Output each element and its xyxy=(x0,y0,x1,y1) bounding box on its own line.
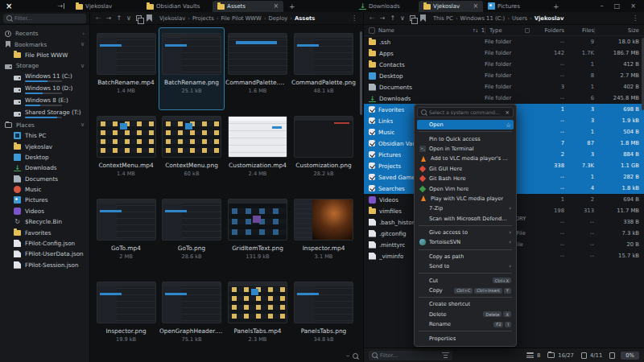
breadcrumb-item[interactable]: Users xyxy=(512,15,527,22)
menu-item-copy[interactable]: CopyCtrl+CCtrl+InsertY xyxy=(417,286,514,295)
sidebar-section-bookmarks[interactable]: Bookmarks∨ xyxy=(0,39,89,49)
history-chevron-icon[interactable]: ∨ xyxy=(398,14,407,23)
tab-assets[interactable]: Assets× xyxy=(213,1,283,12)
grid-item-commandpalette-png[interactable]: CommandPalette.png48.1 kB xyxy=(291,27,357,110)
menu-item-7-zip[interactable]: 7-Zip› xyxy=(417,204,514,213)
menu-item-tortoisesvn[interactable]: TortoiseSVN› xyxy=(417,237,514,247)
sidebar-item-file-pilot-www[interactable]: File Pilot WWW xyxy=(0,50,89,60)
breadcrumb-item[interactable]: Windows 11 (C:) xyxy=(460,15,506,22)
sidebar-item-desktop[interactable]: Desktop xyxy=(0,152,89,162)
breadcrumb-item[interactable]: Vjekoslav xyxy=(159,15,185,22)
close-icon[interactable]: × xyxy=(273,2,279,10)
more-options-icon[interactable]: ⋮ xyxy=(630,14,641,23)
grid-item-customization-png[interactable]: Customization.png28.2 kB xyxy=(291,110,357,193)
menu-item-scan-with-microsoft-defender[interactable]: Scan with Microsoft Defender... xyxy=(417,214,514,224)
command-search[interactable]: × xyxy=(417,107,514,117)
sort-icon[interactable]: ↑↓ xyxy=(472,28,477,33)
grid-item-goto-mp4[interactable]: GoTo.mp42 MB xyxy=(93,193,159,276)
up-icon[interactable]: ↑ xyxy=(114,14,124,23)
list-filter[interactable] xyxy=(369,351,452,360)
checkbox[interactable] xyxy=(369,140,375,146)
bookmark-icon[interactable] xyxy=(420,14,426,22)
more-options-icon[interactable]: ⋮ xyxy=(349,14,360,23)
select-all-checkbox[interactable] xyxy=(369,27,375,34)
grid-item-opengraphheader-png[interactable]: OpenGraphHeader.png75.1 kB xyxy=(159,276,225,359)
grid-item-commandpalette-mp4[interactable]: CommandPalette.mp41.6 MB xyxy=(225,27,291,110)
breadcrumb-item[interactable]: Vjekoslav xyxy=(535,15,564,22)
grid-item-contextmenu-png[interactable]: ContextMenu.png60 kB xyxy=(159,110,225,193)
menu-item-rename[interactable]: RenameF2I xyxy=(417,319,514,329)
tab-vjekoslav[interactable]: Vjekoslav xyxy=(71,1,142,12)
breadcrumb-item[interactable]: Assets xyxy=(295,15,315,22)
grid-item-griditemtext-png[interactable]: GridItemText.png131.9 kB xyxy=(225,193,291,276)
sidebar-item-vjekoslav[interactable]: Vjekoslav xyxy=(0,141,89,151)
breadcrumb-item[interactable]: File Pilot WWW xyxy=(221,15,261,22)
menu-item-copy-as-path[interactable]: Copy as path xyxy=(417,252,514,261)
sidebar-filter[interactable] xyxy=(3,14,86,23)
checkbox[interactable] xyxy=(369,185,375,191)
sidebar-item-pictures[interactable]: Pictures xyxy=(0,195,89,205)
column-files[interactable]: Files xyxy=(564,27,594,34)
menu-item-delete[interactable]: DeleteDeleteX xyxy=(417,310,514,319)
sidebar-item-windows-8-e[interactable]: Windows 8 (E:) xyxy=(0,96,89,108)
checkbox[interactable] xyxy=(369,151,375,158)
file-row-desktop[interactable]: DesktopFile folder--82.7 MB xyxy=(364,70,644,81)
back-icon[interactable]: ← xyxy=(367,14,378,23)
breadcrumb-item[interactable]: Deploy xyxy=(269,15,288,22)
file-row-ssh[interactable]: .sshFile folder--918.0 kB xyxy=(364,36,644,47)
sidebar-item-videos[interactable]: Videos xyxy=(0,206,89,216)
maximize-button[interactable]: □ xyxy=(614,2,621,10)
sidebar-item-favorites[interactable]: Favorites xyxy=(0,227,89,237)
close-icon[interactable]: × xyxy=(473,2,478,10)
grid-item-panelstabs-mp4[interactable]: PanelsTabs.mp42.3 MB xyxy=(225,276,291,359)
column-folders[interactable]: Folders xyxy=(535,27,564,34)
menu-item-pin-to-quick-access[interactable]: Pin to Quick access xyxy=(417,134,514,143)
breadcrumb-item[interactable]: This PC xyxy=(433,15,453,22)
checkbox[interactable] xyxy=(369,106,375,113)
menu-item-open[interactable]: Open☆ xyxy=(417,120,514,130)
sidebar-item-windows-11-c[interactable]: Windows 11 (C:) xyxy=(0,72,89,84)
grid-item-customization-mp4[interactable]: Customization.mp42.4 MB xyxy=(225,110,291,193)
back-icon[interactable]: ← xyxy=(93,14,104,23)
new-tab-button[interactable]: + xyxy=(547,2,565,10)
menu-item-cut[interactable]: CutCtrl+X xyxy=(417,275,514,285)
forward-icon[interactable]: → xyxy=(104,14,114,23)
tab-pictures[interactable]: Pictures xyxy=(483,1,547,12)
column-type[interactable]: Type xyxy=(489,27,502,34)
menu-item-add-to-vlc-media-player-s-playlist[interactable]: Add to VLC media player's Playlist xyxy=(417,154,514,163)
checkbox[interactable] xyxy=(369,117,375,124)
menu-item-open-vim-here[interactable]: Open Vim here xyxy=(417,183,514,193)
checkbox[interactable] xyxy=(369,129,375,135)
checkbox[interactable] xyxy=(369,162,375,169)
tab-pin-icon[interactable]: → xyxy=(57,2,64,10)
file-row-contacts[interactable]: ContactsFile folder--1412 B xyxy=(364,59,644,70)
scrollbar[interactable] xyxy=(360,31,362,115)
minimize-button[interactable]: – xyxy=(601,2,604,10)
close-icon[interactable]: × xyxy=(505,109,510,116)
collapsed-filter[interactable]: – xyxy=(346,352,358,360)
tab-downloads[interactable]: ↓Downloads xyxy=(354,1,419,12)
up-icon[interactable]: ↑ xyxy=(387,14,398,23)
grid-item-inspector-mp4[interactable]: Inspector.mp43.1 MB xyxy=(291,193,357,276)
grid-item-contextmenu-mp4[interactable]: ContextMenu.mp41.4 MB xyxy=(93,110,159,193)
sidebar-filter-input[interactable] xyxy=(14,15,83,22)
tab-obsidian-vaults[interactable]: Obsidian Vaults xyxy=(142,1,213,12)
grid-item-panelstabs-png[interactable]: PanelsTabs.png34.8 kB xyxy=(291,276,357,359)
list-filter-input[interactable] xyxy=(380,352,440,359)
column-option-icon[interactable] xyxy=(525,28,530,33)
tab-vjekoslav[interactable]: Vjekoslav× xyxy=(419,1,483,12)
menu-item-send-to[interactable]: Send to› xyxy=(417,261,514,271)
sidebar-item-fpilot-config-json[interactable]: FPilot-Config.json xyxy=(0,238,89,249)
grid-item-batchrename-mp4[interactable]: BatchRename.mp41.4 MB xyxy=(93,27,159,110)
file-row-downloads[interactable]: ↓DownloadsFile folder--6245.8 MB xyxy=(364,93,644,104)
sidebar-section-recents[interactable]: Recents› xyxy=(0,28,89,39)
sidebar-item-windows-10-d[interactable]: Windows 10 (D:) xyxy=(0,84,89,96)
file-row-apps[interactable]: AppsFile folder1421.7K186.7 MB xyxy=(364,47,644,59)
new-tab-button[interactable]: + xyxy=(283,2,301,10)
file-row-documents[interactable]: DocumentsFile folder31402 B xyxy=(364,81,644,93)
filter-options-icon[interactable] xyxy=(442,352,449,358)
menu-item-play-with-vlc-media-player[interactable]: Play with VLC media player xyxy=(417,194,514,204)
menu-item-properties[interactable]: Properties xyxy=(417,333,514,343)
history-chevron-icon[interactable]: ∨ xyxy=(124,14,134,23)
checkbox[interactable] xyxy=(369,174,375,180)
